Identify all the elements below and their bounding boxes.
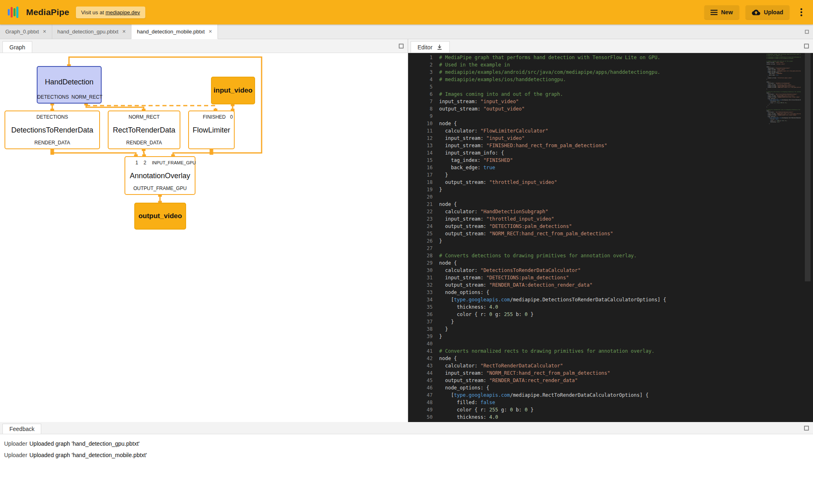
close-tab-icon[interactable]: ✕ [42,29,46,34]
line-number: 10 [408,120,433,127]
code-line[interactable]: 33 node_options: { [408,289,813,296]
code-line[interactable]: 29node { [408,259,813,267]
file-tab[interactable]: hand_detection_gpu.pbtxt✕ [52,24,132,39]
graph-node-input-video[interactable]: input_video [211,77,255,104]
code-line[interactable]: 40 [408,340,813,347]
code-editor[interactable]: 1# MediaPipe graph that performs hand de… [408,53,813,422]
file-tab-label: hand_detection_mobile.pbtxt [137,29,204,35]
graph-node-output-video[interactable]: output_video [134,203,186,230]
code-line[interactable]: 28# Converts detections to drawing primi… [408,252,813,259]
expand-editor-panel-icon[interactable] [804,44,809,49]
line-number: 20 [408,193,433,201]
code-line[interactable]: 34 [type.googleapis.com/mediapipe.Detect… [408,296,813,303]
code-text: # mediapipie/examples/android/src/java/c… [439,69,660,76]
code-line[interactable]: 15 tag_index: "FINISHED" [408,157,813,164]
code-line[interactable]: 45 output_stream: "RENDER_DATA:rect_rend… [408,377,813,384]
expand-feedback-panel-icon[interactable] [804,426,809,431]
top-app-bar: MediaPipe Visit us at mediapipe.dev New … [0,0,813,24]
code-line[interactable]: 25 output_stream: "NORM_RECT:hand_rect_f… [408,230,813,237]
file-tab[interactable]: Graph_0.pbtxt✕ [0,24,52,39]
code-line[interactable]: 30 calculator: "DetectionsToRenderDataCa… [408,267,813,274]
code-line[interactable]: 12 input_stream: "input_video" [408,135,813,142]
new-button[interactable]: New [704,5,739,19]
code-line[interactable]: 38 } [408,325,813,333]
code-line[interactable]: 21node { [408,201,813,208]
tab-graph[interactable]: Graph [2,41,32,53]
code-line[interactable]: 17 } [408,171,813,179]
code-line[interactable]: 31 input_stream: "DETECTIONS:palm_detect… [408,274,813,281]
graph-node-flowlimiter[interactable]: FINISHED 0 FlowLimiter [188,111,235,149]
code-text [439,193,442,201]
line-number: 48 [408,399,433,406]
code-line[interactable]: 39} [408,333,813,340]
code-line[interactable]: 19} [408,186,813,193]
code-line[interactable]: 1# MediaPipe graph that performs hand de… [408,54,813,61]
code-line[interactable]: 32 output_stream: "RENDER_DATA:detection… [408,281,813,289]
code-line[interactable]: 20 [408,193,813,201]
code-line[interactable]: 7input_stream: "input_video" [408,98,813,105]
editor-scrollbar[interactable] [805,53,811,281]
line-number: 44 [408,369,433,377]
code-line[interactable]: 51 } [408,421,813,422]
code-line[interactable]: 18 output_stream: "throttled_input_video… [408,179,813,186]
code-line[interactable]: 43 calculator: "RectToRenderDataCalculat… [408,362,813,369]
code-line[interactable]: 26} [408,237,813,245]
code-line[interactable]: 8output_stream: "output_video" [408,105,813,113]
line-number: 23 [408,215,433,223]
code-line[interactable]: 48 filled: false [408,399,813,406]
port-label: DETECTIONS [37,94,69,100]
code-line[interactable]: 46 node_options: { [408,384,813,391]
code-line[interactable]: 5 [408,83,813,91]
graph-canvas[interactable]: HandDetection DETECTIONS NORM_RECT input… [0,53,408,422]
code-line[interactable]: 42node { [408,355,813,362]
graph-node-recttorenderdata[interactable]: NORM_RECT RectToRenderData RENDER_DATA [108,111,180,149]
tab-editor[interactable]: Editor [411,41,450,53]
line-number: 16 [408,164,433,171]
code-line[interactable]: 44 input_stream: "NORM_RECT:hand_rect_fr… [408,369,813,377]
code-line[interactable]: 13 input_stream: "FINISHED:hand_rect_fro… [408,142,813,149]
upload-button-label: Upload [764,9,783,15]
code-text: calculator: "HandDetectionSubgraph" [439,208,548,215]
code-line[interactable]: 14 input_stream_info: { [408,149,813,157]
code-line[interactable]: 9 [408,113,813,120]
line-number: 39 [408,333,433,340]
port-label: RENDER_DATA [126,140,162,146]
code-line[interactable]: 35 thickness: 4.0 [408,303,813,311]
code-line[interactable]: 47 [type.googleapis.com/mediapipe.RectTo… [408,391,813,399]
close-tab-icon[interactable]: ✕ [209,29,212,34]
expand-graph-panel-icon[interactable] [399,44,404,49]
code-line[interactable]: 22 calculator: "HandDetectionSubgraph" [408,208,813,215]
download-icon[interactable] [436,44,443,51]
code-line[interactable]: 49 color { r: 255 g: 0 b: 0 } [408,406,813,413]
graph-node-annotationoverlay[interactable]: 1 2 INPUT_FRAME_GPU AnnotationOverlay OU… [124,156,195,195]
code-line[interactable]: 36 color { r: 0 g: 255 b: 0 } [408,311,813,318]
code-text: thickness: 4.0 [439,303,498,311]
upload-button[interactable]: Upload [746,5,789,19]
graph-node-handdetection[interactable]: HandDetection DETECTIONS NORM_RECT [37,66,102,104]
code-line[interactable]: 11 calculator: "FlowLimiterCalculator" [408,127,813,135]
code-line[interactable]: 10node { [408,120,813,127]
close-tab-icon[interactable]: ✕ [122,29,126,34]
code-line[interactable]: 16 back_edge: true [408,164,813,171]
mediapipe-dev-link[interactable]: mediapipe.dev [105,9,140,15]
code-text: output_stream: "throttled_input_video" [439,179,557,186]
minimap[interactable]: # MediaPipe graph that performs hand det… [766,54,801,422]
code-line[interactable]: 24 output_stream: "DETECTIONS:palm_detec… [408,223,813,230]
code-line[interactable]: 4# mediapipie/examples/ios/handdetection… [408,76,813,83]
graph-node-detectionstorenderdata[interactable]: DETECTIONS DetectionsToRenderData RENDER… [4,111,100,149]
more-options-button[interactable] [796,5,806,19]
code-line[interactable]: 37 } [408,318,813,325]
port-label: RENDER_DATA [34,140,70,146]
code-line[interactable]: 27 [408,245,813,252]
code-line[interactable]: 23 input_stream: "throttled_input_video" [408,215,813,223]
expand-tabs-icon[interactable] [805,30,809,34]
line-number: 33 [408,289,433,296]
code-line[interactable]: 6# Images coming into and out of the gra… [408,91,813,98]
file-tab[interactable]: hand_detection_mobile.pbtxt✕ [131,24,218,39]
code-line[interactable]: 2# Used in the example in [408,61,813,69]
port-label: FINISHED [203,114,226,120]
code-line[interactable]: 41# Converts normalized rects to drawing… [408,347,813,355]
code-line[interactable]: 50 thickness: 4.0 [408,413,813,421]
code-line[interactable]: 3# mediapipie/examples/android/src/java/… [408,69,813,76]
tab-feedback[interactable]: Feedback [2,424,41,434]
